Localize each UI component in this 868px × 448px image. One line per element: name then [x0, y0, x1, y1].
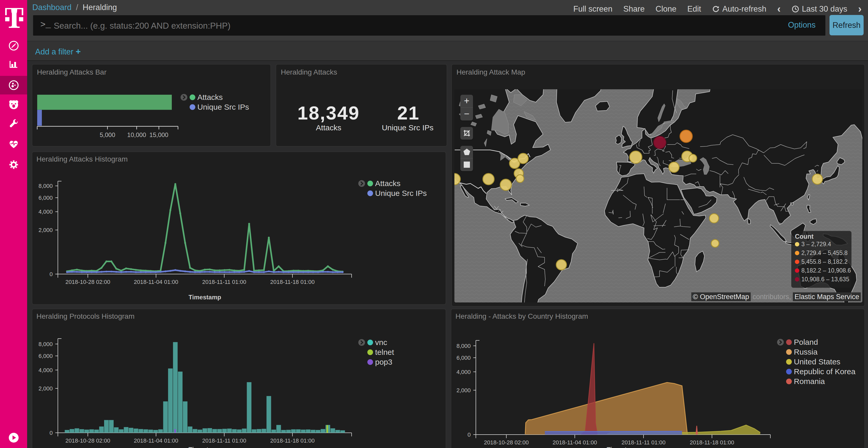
svg-text:2018-11-11 01:00: 2018-11-11 01:00	[622, 439, 665, 446]
svg-text:0: 0	[468, 432, 471, 438]
svg-text:2018-11-18 01:00: 2018-11-18 01:00	[690, 439, 734, 446]
svg-text:2,000: 2,000	[457, 387, 471, 393]
svg-text:6,000: 6,000	[457, 354, 471, 361]
svg-text:4,000: 4,000	[457, 369, 471, 375]
svg-text:8,000: 8,000	[457, 343, 471, 349]
svg-text:2018-11-04 01:00: 2018-11-04 01:00	[553, 439, 597, 446]
svg-text:2018-10-28 02:00: 2018-10-28 02:00	[484, 439, 529, 446]
svg-text:Timestamp: Timestamp	[607, 446, 640, 448]
